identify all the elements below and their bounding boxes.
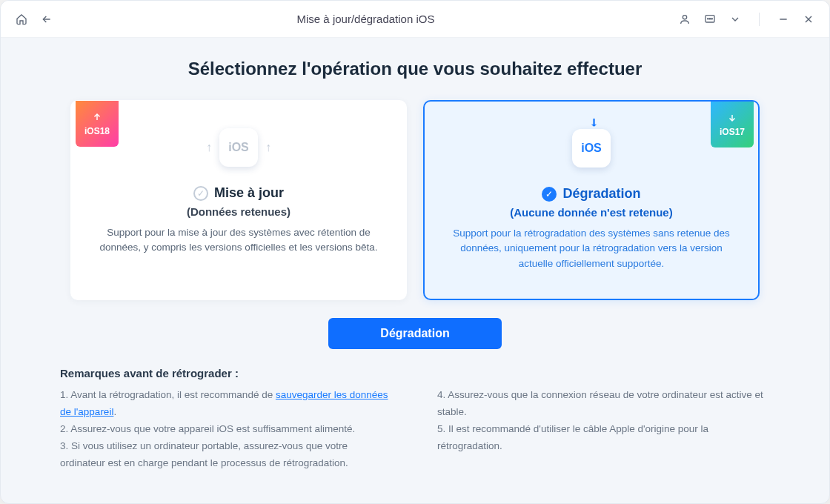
note-4: 4. Assurez-vous que la connexion réseau … [437,387,770,421]
main-content: Sélectionnez l'opération que vous souhai… [1,38,829,503]
card-update[interactable]: iOS18 ↑ iOS ↑ ✓ Mise à jour (Données ret… [70,100,407,300]
downgrade-title-row: ✓ Dégradation [542,186,640,202]
titlebar: Mise à jour/dégradation iOS [1,1,829,38]
update-desc: Support pour la mise à jour des systèmes… [92,225,385,256]
radio-unchecked-icon: ✓ [193,186,208,201]
close-icon[interactable] [803,13,814,25]
option-cards: iOS18 ↑ iOS ↑ ✓ Mise à jour (Données ret… [60,100,770,300]
svg-point-2 [708,18,708,19]
chevron-down-icon[interactable] [729,13,741,25]
downgrade-subtitle: (Aucune donnée n'est retenue) [510,206,672,219]
titlebar-left [16,13,53,25]
svg-point-4 [711,18,712,19]
downgrade-illustration-icon: ↓↓↓ iOS [562,124,621,173]
notes-col-right: 4. Assurez-vous que la connexion réseau … [437,387,770,472]
update-title: Mise à jour [214,185,284,201]
user-icon[interactable] [679,13,691,25]
note-5: 5. Il est recommandé d'utiliser le câble… [437,421,770,455]
notes-columns: 1. Avant la rétrogradation, il est recom… [60,387,770,472]
card-downgrade[interactable]: iOS17 ↓↓↓ iOS ✓ Dégradation (Aucune donn… [423,100,760,300]
downgrade-desc: Support pour la rétrogradation des systè… [445,226,737,271]
home-icon[interactable] [16,13,27,25]
note-2: 2. Assurez-vous que votre appareil iOS e… [60,421,393,438]
ribbon-update: iOS18 [76,101,119,147]
page-heading: Sélectionnez l'opération que vous souhai… [60,59,770,79]
note-3: 3. Si vous utilisez un ordinateur portab… [60,438,393,472]
svg-point-3 [709,18,710,19]
minimize-icon[interactable] [777,13,789,25]
ribbon-arrow-up-icon [92,112,102,125]
primary-action-button[interactable]: Dégradation [328,318,501,349]
titlebar-right [679,13,814,26]
feedback-icon[interactable] [704,13,716,25]
svg-point-0 [683,15,686,19]
note-1-post: . [113,406,116,417]
titlebar-separator [759,13,760,26]
update-illustration-icon: ↑ iOS ↑ [209,123,268,172]
update-subtitle: (Données retenues) [187,205,290,218]
back-icon[interactable] [41,13,53,25]
notes-title: Remarques avant de rétrograder : [60,367,770,379]
ribbon-arrow-down-icon [727,113,737,125]
ribbon-update-label: iOS18 [84,126,110,136]
ribbon-downgrade: iOS17 [711,102,754,147]
notes-col-left: 1. Avant la rétrogradation, il est recom… [60,387,393,472]
note-1: 1. Avant la rétrogradation, il est recom… [60,387,393,421]
window-title: Mise à jour/dégradation iOS [53,13,679,25]
radio-checked-icon: ✓ [542,187,557,202]
notes-section: Remarques avant de rétrograder : 1. Avan… [60,367,770,472]
app-window: Mise à jour/dégradation iOS Sélectionnez… [0,0,830,504]
downgrade-title: Dégradation [562,186,640,202]
note-1-pre: 1. Avant la rétrogradation, il est recom… [60,389,276,400]
ribbon-downgrade-label: iOS17 [720,127,745,137]
update-title-row: ✓ Mise à jour [193,185,284,201]
